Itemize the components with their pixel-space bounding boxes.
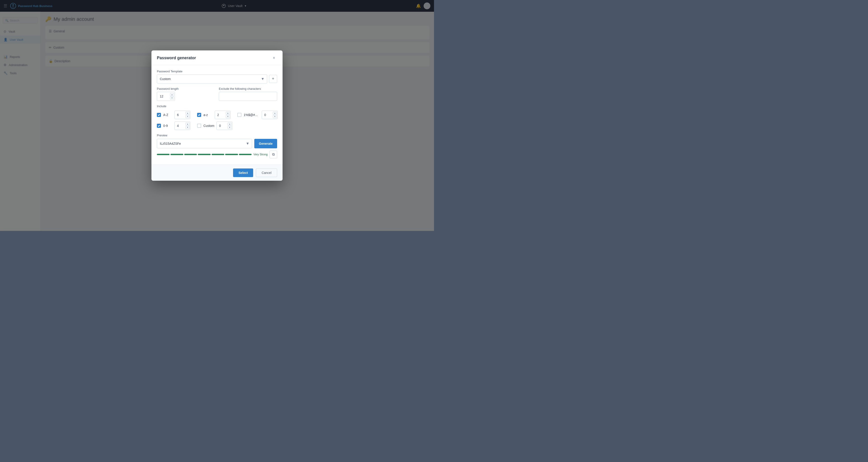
strength-label: Very Strong [253,153,268,156]
strength-row: Very Strong ⧉ [157,151,277,158]
copy-password-button[interactable]: ⧉ [270,151,277,158]
special-spinner-btns: ▲ ▼ [273,112,277,118]
digits-checkbox-wrap [157,124,161,128]
include-label: Include [157,104,277,108]
custom-label: Custom [204,124,214,127]
special-label: 1%$@#... [244,113,259,117]
modal-overlay: Password generator × Password Template C… [0,0,434,231]
digits-decrement[interactable]: ▼ [186,126,190,129]
az-upper-spinner-btns: ▲ ▼ [186,112,190,118]
modal-body: Password Template Custom Strong Letters … [151,65,283,165]
az-upper-increment[interactable]: ▲ [186,112,190,115]
password-length-label: Password length [157,87,215,90]
modal-footer: Select Cancel [151,165,283,181]
custom-decrement[interactable]: ▼ [228,126,232,129]
modal-title: Password generator [157,56,196,60]
strength-bars [157,154,252,155]
preview-label: Preview [157,134,277,137]
digits-checkbox[interactable] [157,124,161,128]
az-upper-label: A-Z [163,113,172,117]
length-exclude-row: Password length ▲ ▼ Exclude the followin… [157,87,277,104]
include-row-2: 0-9 ▲ ▼ Custom [157,121,277,130]
az-upper-spinner: ▲ ▼ [175,111,190,119]
password-length-spinner: ▲ ▼ [157,92,175,101]
copy-icon: ⧉ [272,152,275,156]
preview-section: Preview ▼ Generate [157,134,277,158]
az-lower-spinner-btns: ▲ ▼ [226,112,230,118]
strength-bar-4 [198,154,211,155]
custom-spinner-btns: ▲ ▼ [228,122,232,129]
preview-row: ▼ Generate [157,139,277,148]
special-spinner: ▲ ▼ [262,111,278,119]
length-spinner-buttons: ▲ ▼ [170,93,174,99]
az-upper-checkbox-wrap [157,113,161,117]
template-select-row: Custom Strong Letters only Numbers only … [157,74,277,84]
modal-close-button[interactable]: × [271,55,277,61]
add-template-button[interactable]: + [269,75,277,83]
digits-spinner: ▲ ▼ [175,121,190,130]
custom-checkbox-wrap [197,124,201,128]
special-checkbox[interactable] [237,113,241,117]
strength-bar-2 [170,154,183,155]
preview-value-input[interactable] [157,139,252,148]
password-template-label: Password Template [157,70,277,73]
strength-bar-5 [212,154,224,155]
az-lower-increment[interactable]: ▲ [226,112,230,115]
az-upper-decrement[interactable]: ▼ [186,115,190,118]
digits-label: 0-9 [163,124,172,127]
az-lower-label: a-z [204,113,213,117]
template-select[interactable]: Custom Strong Letters only Numbers only [157,74,267,84]
password-length-group: Password length ▲ ▼ [157,87,215,101]
special-checkbox-wrap [237,113,241,117]
preview-select-wrapper: ▼ [157,139,252,148]
strength-bar-6 [225,154,238,155]
az-lower-checkbox[interactable] [197,113,201,117]
include-section: Include A-Z ▲ ▼ [157,104,277,130]
strength-bar-7 [239,154,252,155]
generate-button[interactable]: Generate [254,139,277,148]
template-select-wrapper: Custom Strong Letters only Numbers only … [157,74,267,84]
exclude-characters-group: Exclude the following characters [219,87,277,101]
az-upper-checkbox[interactable] [157,113,161,117]
strength-bar-3 [184,154,197,155]
custom-spinner: ▲ ▼ [217,121,232,130]
strength-bar-1 [157,154,169,155]
length-increment-button[interactable]: ▲ [170,93,174,96]
include-row-1: A-Z ▲ ▼ a-z [157,111,277,119]
plus-icon: + [272,76,274,81]
cancel-button[interactable]: Cancel [256,168,277,177]
custom-increment[interactable]: ▲ [228,122,232,125]
length-decrement-button[interactable]: ▼ [170,96,174,99]
special-decrement[interactable]: ▼ [273,115,277,118]
az-lower-decrement[interactable]: ▼ [226,115,230,118]
az-lower-spinner: ▲ ▼ [215,111,230,119]
special-increment[interactable]: ▲ [273,112,277,115]
exclude-input[interactable] [219,92,277,101]
password-generator-modal: Password generator × Password Template C… [151,51,283,181]
az-lower-checkbox-wrap [197,113,201,117]
custom-checkbox[interactable] [197,124,201,128]
modal-header: Password generator × [151,51,283,65]
select-button[interactable]: Select [233,168,253,177]
digits-spinner-btns: ▲ ▼ [186,122,190,129]
password-template-group: Password Template Custom Strong Letters … [157,70,277,84]
digits-increment[interactable]: ▲ [186,122,190,125]
exclude-label: Exclude the following characters [219,87,277,90]
